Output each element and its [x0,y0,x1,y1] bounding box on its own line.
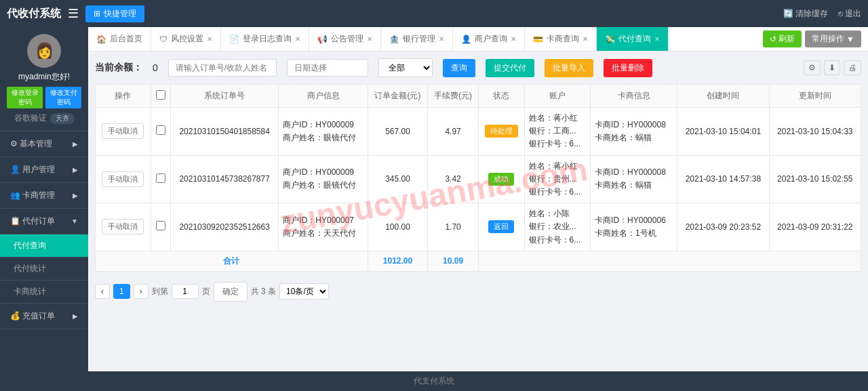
query-button[interactable]: 查询 [443,59,475,77]
tab-home[interactable]: 🏠 后台首页 [88,27,151,52]
card-icon: 💳 [533,35,543,44]
tab-merchant-query-close[interactable]: ✕ [511,35,516,43]
clear-cache-button[interactable]: 🔄 清除缓存 [783,8,828,20]
tab-bank[interactable]: 🏦 银行管理 ✕ [381,27,453,52]
page-1-button[interactable]: 1 [113,284,130,299]
balance-label: 当前余额： [95,62,142,74]
row-select-checkbox[interactable] [156,173,165,183]
row-account: 姓名：蒋小红 银行：工商... 银行卡号：6... [524,108,591,156]
shield-icon: 🛡 [159,35,167,44]
doc-icon: 📄 [229,35,239,44]
sidebar-item-user[interactable]: 👤 用户管理 ▶ [0,157,88,183]
chevron-right-icon: ▶ [73,312,78,320]
logout-icon: ⎋ [838,9,843,18]
tab-risk[interactable]: 🛡 风控设置 ✕ [151,27,221,52]
verify-label: 谷歌验证 [14,112,47,124]
cancel-button[interactable]: 手动取消 [102,171,144,187]
balance-bar: 当前余额： 0 全部 待处理 成功 失败 查询 提交代付 批量导入 批量删除 ⚙… [95,58,861,77]
row-status: 成功 [479,155,524,203]
sidebar-item-proxy-order-label: 📋 代付订单 [10,215,55,227]
tab-announcement-close[interactable]: ✕ [367,35,372,43]
row-checkbox [151,203,170,251]
sidebar-item-merchant[interactable]: 👥 卡商管理 ▶ [0,183,88,209]
print-button[interactable]: 🖨 [844,60,861,75]
sidebar-sub-item-proxy-stats[interactable]: 代付统计 [0,258,88,281]
table-settings-button[interactable]: ⚙ [804,60,821,75]
tab-announcement-label: 公告管理 [331,33,363,45]
sidebar-item-recharge-order[interactable]: 💰 充值订单 ▶ [0,304,88,329]
tab-proxy-query[interactable]: 💸 代付查询 ✕ [597,27,669,52]
batch-delete-button[interactable]: 批量删除 [604,59,652,77]
tab-bar: 🏠 后台首页 🛡 风控设置 ✕ 📄 登录日志查询 ✕ 📢 公告管理 ✕ 🏦 银行… [88,27,868,52]
sidebar-item-proxy-order[interactable]: 📋 代付订单 ▼ [0,209,88,234]
sum-row: 合计 1012.00 10.09 [96,251,861,271]
chevron-down-icon: ▼ [846,35,854,44]
verify-badge[interactable]: 天齐 [50,113,75,124]
tab-merchant-query[interactable]: 👤 商户查询 ✕ [453,27,525,52]
toolbar-right: ⚙ ⬇ 🖨 [804,60,861,75]
tab-bank-label: 银行管理 [403,33,435,45]
tab-bank-close[interactable]: ✕ [439,35,444,43]
user-icon: 👤 [461,35,471,44]
sum-fee: 10.09 [428,251,479,271]
content-area: 🏠 后台首页 🛡 风控设置 ✕ 📄 登录日志查询 ✕ 📢 公告管理 ✕ 🏦 银行… [88,27,868,371]
bank-icon: 🏦 [389,35,399,44]
refresh-button[interactable]: ↺ 刷新 [763,30,802,47]
search-input[interactable] [168,59,277,77]
status-badge: 成功 [488,173,514,186]
sidebar-item-basic[interactable]: ⚙ 基本管理 ▶ [0,131,88,157]
row-created: 2021-03-10 15:04:01 [677,108,769,156]
row-action: 手动取消 [96,108,151,156]
tab-announcement[interactable]: 📢 公告管理 ✕ [309,27,381,52]
row-select-checkbox[interactable] [156,221,165,230]
sidebar-menu: ⚙ 基本管理 ▶ 👤 用户管理 ▶ 👥 卡商管理 ▶ 📋 代付订单 ▼ 代付查询… [0,131,88,371]
table-row: 手动取消 20210309202352512663 商户ID：HY000007 … [96,203,861,251]
goto-input[interactable] [172,284,199,299]
sidebar-sub-item-merchant-stats[interactable]: 卡商统计 [0,281,88,304]
tab-risk-close[interactable]: ✕ [207,35,212,43]
col-checkbox [151,85,170,108]
sidebar: 👩 myadmin您好! 修改登录密码 修改支付密码 谷歌验证 天齐 ⚙ 基本管… [0,27,88,371]
page-content: 当前余额： 0 全部 待处理 成功 失败 查询 提交代付 批量导入 批量删除 ⚙… [88,52,868,371]
announcement-icon: 📢 [317,35,328,44]
common-ops-button[interactable]: 常用操作 ▼ [805,30,861,47]
logout-button[interactable]: ⎋ 退出 [838,8,861,20]
modify-login-btn[interactable]: 修改登录密码 [7,87,43,108]
cancel-button[interactable]: 手动取消 [102,123,144,139]
submit-pay-button[interactable]: 提交代付 [486,59,534,77]
batch-import-button[interactable]: 批量导入 [545,59,593,77]
sidebar-btns: 修改登录密码 修改支付密码 [7,87,81,108]
tab-proxy-query-close[interactable]: ✕ [654,35,660,43]
modify-pay-btn[interactable]: 修改支付密码 [45,87,81,108]
cancel-button[interactable]: 手动取消 [102,219,144,234]
row-select-checkbox[interactable] [156,125,165,135]
row-created: 2021-03-10 14:57:38 [677,155,769,203]
total-label: 共 3 条 [251,286,276,297]
hamburger-icon[interactable]: ☰ [68,6,79,21]
prev-page-button[interactable]: ‹ [95,284,110,299]
date-picker[interactable] [287,59,368,77]
row-merchant-info: 商户ID：HY000009 商户姓名：眼镜代付 [279,155,368,203]
row-status: 待处理 [479,108,524,156]
sidebar-verify: 谷歌验证 天齐 [14,112,75,124]
row-updated: 2021-03-09 20:31:22 [769,203,861,251]
select-all-checkbox[interactable] [156,90,165,100]
sidebar-user: 👩 myadmin您好! 修改登录密码 修改支付密码 谷歌验证 天齐 [0,27,88,131]
quick-menu-button[interactable]: ⊞ 快捷管理 [85,5,144,22]
row-order-no: 20210310145738267877 [170,155,278,203]
status-select[interactable]: 全部 待处理 成功 失败 [378,58,433,77]
per-page-select[interactable]: 10条/页 20条/页 50条/页 [279,283,329,300]
tab-card-query-close[interactable]: ✕ [583,35,588,43]
data-table: 操作 系统订单号 商户信息 订单金额(元) 手续费(元) 状态 账户 卡商信息 … [95,84,861,272]
next-page-button[interactable]: › [134,284,149,299]
tab-login-log[interactable]: 📄 登录日志查询 ✕ [221,27,309,52]
chevron-right-icon: ▶ [73,166,78,173]
goto-confirm-button[interactable]: 确定 [214,282,248,302]
clear-icon: 🔄 [783,9,793,18]
tab-card-query[interactable]: 💳 卡商查询 ✕ [525,27,597,52]
row-fee: 1.70 [428,203,479,251]
tab-login-log-close[interactable]: ✕ [295,35,300,43]
export-button[interactable]: ⬇ [824,60,840,75]
sidebar-sub-item-proxy-query[interactable]: 代付查询 [0,234,88,258]
row-checkbox [151,108,170,156]
